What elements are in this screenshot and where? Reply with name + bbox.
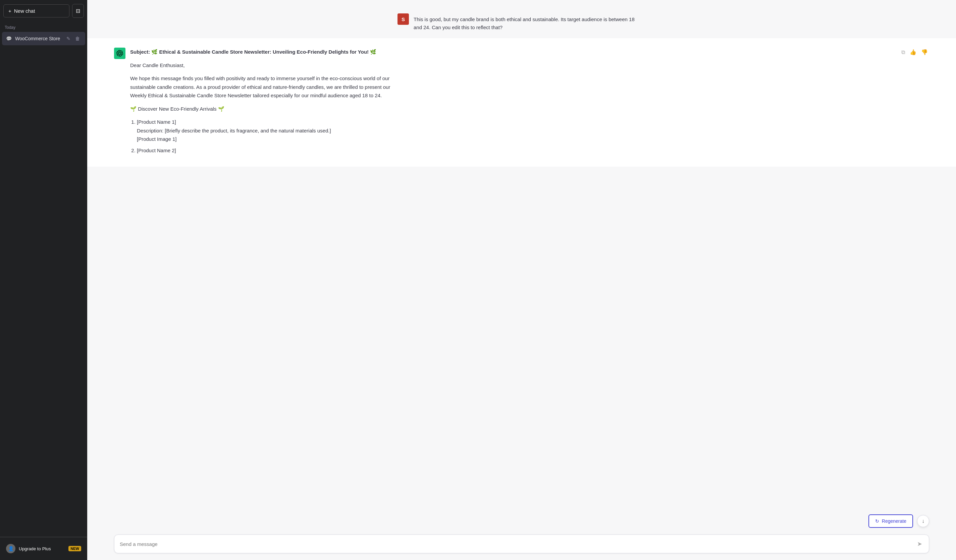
list-item: [Product Name 1] Description: [Briefly d… bbox=[137, 118, 398, 144]
send-button[interactable]: ➤ bbox=[916, 539, 923, 549]
upgrade-to-plus-button[interactable]: 👤 Upgrade to Plus NEW bbox=[3, 541, 84, 556]
regenerate-label: Regenerate bbox=[882, 518, 906, 524]
sidebar-header: + New chat ⊟ bbox=[0, 0, 87, 22]
layout-icon: ⊟ bbox=[76, 8, 80, 14]
product-1-name: [Product Name 1] bbox=[137, 119, 176, 125]
scroll-down-button[interactable]: ↓ bbox=[917, 515, 929, 527]
scroll-down-icon: ↓ bbox=[922, 518, 925, 524]
greeting: Dear Candle Enthusiast, bbox=[130, 61, 398, 70]
user-message-text: This is good, but my candle brand is bot… bbox=[414, 13, 639, 31]
avatar: 👤 bbox=[6, 544, 16, 553]
input-box: ➤ bbox=[114, 535, 929, 553]
regenerate-icon: ↻ bbox=[875, 518, 879, 524]
new-badge: NEW bbox=[68, 546, 81, 551]
gpt-avatar bbox=[114, 48, 126, 59]
subject-line: Subject: 🌿 Ethical & Sustainable Candle … bbox=[130, 48, 398, 56]
subject-text: Subject: 🌿 Ethical & Sustainable Candle … bbox=[130, 49, 376, 55]
thumbs-down-button[interactable]: 👎 bbox=[920, 48, 929, 56]
chat-icon: 💬 bbox=[6, 36, 12, 41]
thumbs-up-button[interactable]: 👍 bbox=[908, 48, 918, 56]
gpt-logo-icon bbox=[116, 50, 123, 56]
new-chat-label: New chat bbox=[14, 8, 35, 14]
product-1-desc: Description: [Briefly describe the produ… bbox=[137, 128, 331, 133]
new-chat-button[interactable]: + New chat bbox=[3, 4, 69, 17]
section-title: 🌱 Discover New Eco-Friendly Arrivals 🌱 bbox=[130, 105, 398, 113]
chat-item[interactable]: 💬 WooCommerce Store ✎ 🗑 bbox=[2, 32, 85, 45]
sidebar-footer: 👤 Upgrade to Plus NEW bbox=[0, 537, 87, 560]
regenerate-button[interactable]: ↻ Regenerate bbox=[868, 515, 913, 528]
user-avatar: S bbox=[398, 13, 409, 25]
upgrade-label: Upgrade to Plus bbox=[19, 546, 51, 551]
assistant-actions: ⧉ 👍 👎 bbox=[900, 48, 929, 56]
copy-button[interactable]: ⧉ bbox=[900, 48, 906, 56]
today-label: Today bbox=[0, 22, 87, 31]
chat-title: WooCommerce Store bbox=[15, 36, 62, 41]
assistant-content: Subject: 🌿 Ethical & Sustainable Candle … bbox=[130, 48, 398, 157]
sidebar: + New chat ⊟ Today 💬 WooCommerce Store ✎… bbox=[0, 0, 87, 560]
body-text: We hope this message finds you filled wi… bbox=[130, 74, 398, 100]
user-message: S This is good, but my candle brand is b… bbox=[371, 7, 673, 38]
edit-chat-button[interactable]: ✎ bbox=[65, 35, 72, 42]
message-input[interactable] bbox=[120, 541, 916, 547]
product-list: [Product Name 1] Description: [Briefly d… bbox=[130, 118, 398, 155]
chat-actions: ✎ 🗑 bbox=[65, 35, 81, 42]
chat-area: S This is good, but my candle brand is b… bbox=[87, 0, 956, 512]
bottom-actions: ↻ Regenerate ↓ bbox=[87, 512, 956, 530]
send-icon: ➤ bbox=[917, 540, 922, 547]
product-1-image: [Product Image 1] bbox=[137, 136, 176, 142]
toggle-sidebar-button[interactable]: ⊟ bbox=[72, 4, 84, 18]
delete-chat-button[interactable]: 🗑 bbox=[74, 35, 81, 42]
input-area: ➤ bbox=[87, 530, 956, 560]
list-item: [Product Name 2] bbox=[137, 146, 398, 155]
main-content: S This is good, but my candle brand is b… bbox=[87, 0, 956, 560]
product-2-name: [Product Name 2] bbox=[137, 147, 176, 153]
assistant-message: Subject: 🌿 Ethical & Sustainable Candle … bbox=[87, 38, 956, 167]
plus-icon: + bbox=[8, 8, 11, 14]
